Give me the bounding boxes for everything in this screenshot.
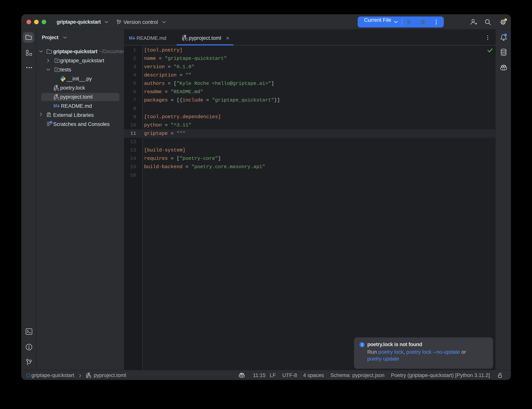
- svg-text:[T]: [T]: [87, 375, 91, 378]
- svg-text:M: M: [129, 36, 133, 40]
- svg-text:M: M: [53, 104, 57, 108]
- svg-text:[T]: [T]: [55, 87, 59, 91]
- svg-text:[T]: [T]: [183, 37, 187, 41]
- svg-text:[T]: [T]: [55, 97, 59, 100]
